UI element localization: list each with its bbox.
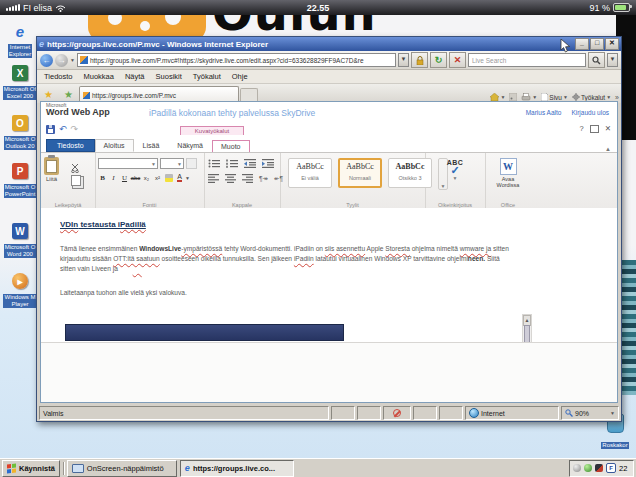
back-button[interactable]: ← <box>40 54 53 67</box>
menu-favorites[interactable]: Suosikit <box>156 72 182 81</box>
bullet-list-icon[interactable] <box>208 159 220 168</box>
tab-format[interactable]: Muoto <box>212 140 249 152</box>
desktop-icon-label: Microsoft O Outlook 20 <box>4 136 37 150</box>
tools-menu[interactable]: Työkalut▼ <box>572 93 611 101</box>
window-title: https://groups.live.com/P.mvc - Windows … <box>47 40 268 49</box>
tray-icon-3[interactable] <box>595 464 603 472</box>
task-internet-explorer[interactable]: e https://groups.live.co... <box>180 460 294 477</box>
tab-file[interactable]: Tiedosto <box>46 139 95 152</box>
close-app-icon[interactable]: ✕ <box>605 124 611 133</box>
search-options-dropdown[interactable]: ▼ <box>607 53 618 67</box>
search-magnifier-icon[interactable] <box>588 52 605 68</box>
group-styles: AaBbCc Ei väliä AaBbCc Normaali AaBbCc O… <box>280 153 426 209</box>
search-input[interactable]: Live Search <box>468 53 586 67</box>
tab-view[interactable]: Näkymä <box>168 139 212 152</box>
strikethrough-button[interactable]: abc <box>130 173 141 183</box>
subscript-button[interactable]: x₂ <box>141 173 152 183</box>
sign-out-link[interactable]: Kirjaudu ulos <box>571 109 609 116</box>
address-dropdown-button[interactable]: ▼ <box>398 53 409 67</box>
taskbar-clock: 22 <box>619 464 630 473</box>
page-menu[interactable]: Sivu▼ <box>541 93 568 101</box>
tab-insert[interactable]: Lisää <box>134 139 169 152</box>
home-button[interactable]: ▼ <box>490 93 505 101</box>
tray-icon-1[interactable] <box>573 464 581 472</box>
align-left-icon[interactable] <box>208 174 219 183</box>
refresh-button[interactable]: ↻ <box>430 52 447 68</box>
desktop-icon-internet-explorer[interactable]: e Internet Explorer <box>1 21 39 60</box>
paste-button[interactable]: Liitä <box>44 157 59 182</box>
menu-view[interactable]: Näytä <box>125 72 145 81</box>
font-extra-button[interactable] <box>186 158 197 169</box>
underline-button[interactable]: U <box>119 173 130 183</box>
style-card-no-spacing[interactable]: AaBbCc Ei väliä <box>288 158 332 188</box>
minimize-button[interactable]: _ <box>575 38 589 50</box>
copy-button[interactable] <box>71 175 81 186</box>
help-icon[interactable]: ? <box>580 124 584 133</box>
search-placeholder: Live Search <box>472 57 506 64</box>
increase-indent-icon[interactable] <box>262 159 274 168</box>
mouse-cursor <box>560 39 572 53</box>
restore-window-icon[interactable] <box>590 125 599 133</box>
open-in-word-button[interactable]: W Avaa Wordissa <box>485 158 531 188</box>
close-button[interactable]: ✕ <box>605 38 619 50</box>
font-size-select[interactable]: ▼ <box>160 158 184 169</box>
ribbon: Liitä Leikepöytä ▼ ▼ <box>41 152 617 210</box>
align-right-icon[interactable] <box>242 174 253 183</box>
embedded-photo-top-edge[interactable] <box>65 324 344 341</box>
desktop-icon-outlook[interactable]: O Microsoft O Outlook 20 <box>1 113 39 152</box>
maximize-button[interactable]: □ <box>590 38 604 50</box>
align-center-icon[interactable] <box>225 174 236 183</box>
spelling-button[interactable]: ABC ✓ ▼ <box>425 159 485 181</box>
excel-icon: X <box>9 63 31 83</box>
task-onscreen-keyboard[interactable]: OnScreen-näppäimistö <box>67 460 177 477</box>
group-office: W Avaa Wordissa Office <box>485 153 531 209</box>
start-label: Käynnistä <box>19 464 55 473</box>
ltr-paragraph-icon[interactable]: ¶↠ <box>259 175 268 183</box>
font-name-select[interactable]: ▼ <box>98 158 158 169</box>
desktop-icon-powerpoint[interactable]: P Microsoft O PowerPoint <box>1 161 39 200</box>
user-name-link[interactable]: Marius Aalto <box>526 109 562 116</box>
redo-icon[interactable]: ↷ <box>71 124 79 134</box>
font-color-icon: A <box>177 174 182 182</box>
bold-button[interactable]: B <box>97 173 108 183</box>
start-button[interactable]: Käynnistä <box>2 460 60 477</box>
print-button[interactable]: ▼ <box>521 93 537 101</box>
highlight-button[interactable] <box>163 173 174 183</box>
address-bar[interactable]: https://groups.live.com/P.mvc#!https://s… <box>77 53 396 67</box>
undo-icon[interactable]: ↶ <box>59 124 67 134</box>
menu-tools[interactable]: Työkalut <box>193 72 221 81</box>
menu-edit[interactable]: Muokkaa <box>84 72 114 81</box>
history-dropdown-icon[interactable]: ▼ <box>70 57 75 63</box>
document-canvas[interactable]: VDIn testausta iPadillä Tämä lienee ensi… <box>41 208 617 342</box>
style-card-normal[interactable]: AaBbCc Normaali <box>338 158 382 188</box>
toolbar-overflow-chevron[interactable]: » <box>615 94 619 101</box>
font-color-button[interactable]: A <box>174 173 185 183</box>
tray-icon-2[interactable] <box>584 464 592 472</box>
desktop-icon-media-player[interactable]: ▸ Windows M Player <box>1 271 39 310</box>
feeds-button[interactable] <box>509 93 517 101</box>
stop-button[interactable]: ✕ <box>449 52 466 68</box>
wallpaper-logo-text: Oulun <box>212 15 377 38</box>
style-name: Normaali <box>340 175 380 181</box>
numbered-list-icon[interactable] <box>226 159 238 168</box>
superscript-button[interactable]: x² <box>152 173 163 183</box>
tray-icon-4[interactable]: F <box>606 463 616 473</box>
menu-help[interactable]: Ohje <box>232 72 248 81</box>
page-menu-label: Sivu <box>549 94 562 101</box>
save-icon[interactable] <box>46 125 55 134</box>
zoom-control[interactable]: 90% ▼ <box>561 406 619 420</box>
font-color-dropdown[interactable]: ▼ <box>185 175 190 181</box>
italic-button[interactable]: I <box>108 173 119 183</box>
menu-file[interactable]: Tiedosto <box>44 72 73 81</box>
tab-title: https://groups.live.com/P.mvc <box>92 92 176 99</box>
browser-status-bar: Valmis Internet 90% ▼ <box>37 405 621 421</box>
decrease-indent-icon[interactable] <box>244 159 256 168</box>
forward-button[interactable]: → <box>55 54 68 67</box>
desktop-icon-word[interactable]: W Microsoft O Word 200 <box>1 221 39 260</box>
tab-home[interactable]: Aloitus <box>95 139 134 152</box>
desktop-icon-excel[interactable]: X Microsoft Of Excel 200 <box>1 63 39 102</box>
window-title-bar[interactable]: e https://groups.live.com/P.mvc - Window… <box>37 37 621 51</box>
document-title: iPadillä kokonaan tehty palvelussa SkyDr… <box>149 108 315 118</box>
security-lock-icon[interactable] <box>411 52 428 68</box>
document-heading: VDIn testausta iPadillä <box>60 220 146 229</box>
